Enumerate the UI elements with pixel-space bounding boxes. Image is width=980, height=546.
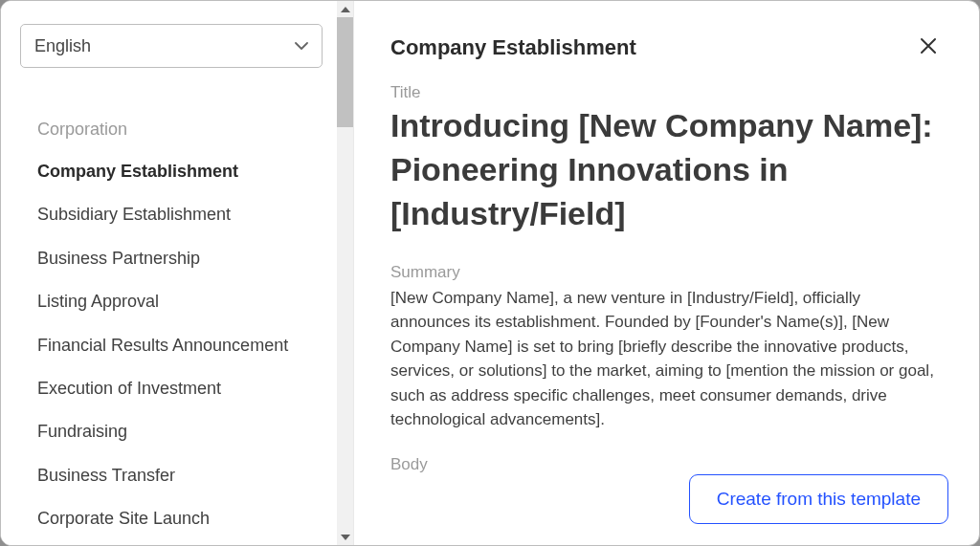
nav-item-company-establishment[interactable]: Company Establishment (37, 161, 324, 183)
close-button[interactable] (916, 33, 941, 62)
close-icon (920, 35, 937, 59)
nav-item-execution-of-investment[interactable]: Execution of Investment (37, 378, 324, 400)
nav-item-listing-approval[interactable]: Listing Approval (37, 291, 324, 313)
language-select[interactable]: English (20, 24, 323, 68)
template-selector-window: English Corporation Company Establishmen… (0, 0, 980, 546)
nav-item-corporate-site-launch[interactable]: Corporate Site Launch (37, 508, 324, 530)
template-summary-value: [New Company Name], a new venture in [In… (390, 286, 941, 432)
nav-item-fundraising[interactable]: Fundraising (37, 421, 324, 443)
template-title-value: Introducing [New Company Name]: Pioneeri… (390, 104, 941, 236)
scroll-thumb[interactable] (337, 17, 353, 127)
body-field-label: Body (390, 455, 941, 474)
chevron-down-icon (295, 38, 308, 54)
create-from-template-button[interactable]: Create from this template (689, 474, 948, 524)
title-field-label: Title (390, 83, 941, 102)
language-selected-label: English (34, 36, 91, 56)
nav-item-subsidiary-establishment[interactable]: Subsidiary Establishment (37, 204, 324, 226)
scroll-up-arrow-icon[interactable] (337, 1, 353, 17)
nav-item-business-transfer[interactable]: Business Transfer (37, 465, 324, 487)
template-heading: Company Establishment (390, 35, 636, 60)
nav-item-financial-results-announcement[interactable]: Financial Results Announcement (37, 335, 324, 357)
sidebar: English Corporation Company Establishmen… (1, 1, 354, 545)
scroll-down-arrow-icon[interactable] (337, 529, 353, 545)
sidebar-scrollbar[interactable] (337, 1, 353, 545)
summary-field-label: Summary (390, 263, 941, 282)
nav-category-label: Corporation (37, 120, 324, 140)
template-nav-list: Corporation Company Establishment Subsid… (1, 120, 353, 531)
template-preview-panel: Company Establishment Title Introducing … (354, 1, 979, 545)
nav-item-business-partnership[interactable]: Business Partnership (37, 248, 324, 270)
